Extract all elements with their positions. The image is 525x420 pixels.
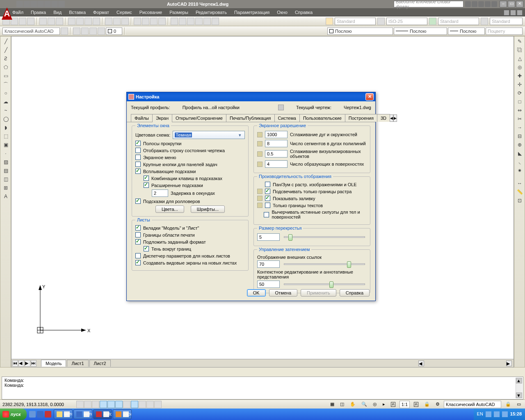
colorscheme-select[interactable]: Темная▾ (173, 131, 245, 139)
tray-icon-1[interactable] (486, 411, 491, 417)
tab-layout2[interactable]: Лист2 (89, 360, 111, 367)
chk-solid-fill[interactable] (265, 196, 270, 201)
tb-copy-icon[interactable] (76, 18, 84, 25)
mirror-icon[interactable]: △ (515, 55, 524, 63)
tb-markup-icon[interactable] (203, 18, 211, 25)
menu-draw[interactable]: Рисование (139, 10, 162, 15)
menu-tools[interactable]: Сервис (116, 10, 132, 15)
chk-tooltips[interactable] (135, 169, 141, 174)
minimize-button[interactable]: – (500, 1, 507, 7)
task-4[interactable]: papa74 — «Немо уж... (113, 409, 132, 419)
tab-scroll-right[interactable]: ▶ (393, 114, 397, 122)
tb-undo-icon[interactable] (113, 18, 121, 25)
region-icon[interactable]: ◫ (1, 175, 10, 183)
tb-plot-icon[interactable] (39, 18, 47, 25)
hscroll-left-icon[interactable]: ◀ (418, 361, 424, 366)
pline-icon[interactable]: Ƨ (1, 55, 10, 63)
ws-icon[interactable]: ⚙ (434, 401, 441, 408)
line-icon[interactable]: ╱ (1, 37, 10, 46)
textstyle-icon[interactable] (326, 18, 333, 25)
toolbar-lock-icon[interactable]: 🔒 (504, 401, 513, 408)
menu-help[interactable]: Справка (295, 10, 313, 15)
crosshair-slider[interactable] (284, 236, 365, 238)
command-window[interactable]: Команда: Команда: ▲▼ (2, 377, 523, 399)
chk-extended[interactable] (144, 183, 149, 188)
tb-help-icon[interactable] (212, 18, 219, 25)
qselect-icon[interactable]: ⊡ (515, 196, 524, 205)
snap-toggle[interactable] (76, 401, 84, 408)
xref-fade-input[interactable] (257, 260, 280, 268)
cleanscreen-icon[interactable]: ▭ (515, 401, 523, 408)
tb-preview-icon[interactable] (48, 18, 55, 25)
key-icon[interactable] (472, 1, 477, 7)
lwt-toggle[interactable] (139, 401, 146, 408)
dialog-titlebar[interactable]: Настройка ✕ (127, 92, 375, 101)
hatch-icon[interactable]: ▨ (1, 158, 10, 166)
lang-indicator[interactable]: EN (477, 411, 483, 417)
rectangle-icon[interactable]: ▭ (1, 72, 10, 80)
qat-print-icon[interactable] (51, 1, 58, 7)
crosshair-input[interactable] (257, 233, 280, 241)
chk-statusline[interactable] (135, 148, 141, 153)
tb-bedit-icon[interactable] (105, 18, 112, 25)
tab-files[interactable]: Файлы (131, 114, 153, 122)
dyn-toggle[interactable] (131, 401, 138, 408)
tab-model[interactable]: Модель (41, 360, 66, 367)
tb-match-icon[interactable] (93, 18, 100, 25)
chk-create-viewport[interactable] (135, 260, 141, 265)
offset-icon[interactable]: ◎ (515, 63, 524, 71)
coordinates[interactable]: 2382.2629, 1913.1318, 0.0000 (2, 402, 76, 407)
mtext-icon[interactable]: A (1, 192, 10, 201)
showmotion-icon[interactable]: ▸ (381, 401, 387, 408)
measure-icon[interactable]: 📏 (515, 188, 524, 196)
trim-icon[interactable]: ✂ (515, 115, 524, 123)
xref-fade-slider[interactable] (284, 263, 365, 265)
qat-undo-icon[interactable] (37, 1, 44, 7)
insert-icon[interactable]: ⬚ (1, 132, 10, 140)
layerstate-icon[interactable] (81, 27, 89, 35)
tb-calc-icon[interactable] (195, 18, 203, 25)
chk-bigbuttons[interactable] (135, 162, 141, 167)
tab-drafting[interactable]: Построения (345, 114, 377, 122)
tab-next-icon[interactable]: ▶ (25, 360, 30, 367)
infocenter-search[interactable]: Введите ключевое слово/фразу (394, 1, 463, 7)
osnap-toggle[interactable] (107, 401, 115, 408)
hscroll-right-icon[interactable]: ▶ (506, 361, 512, 366)
grid-toggle[interactable] (84, 401, 91, 408)
stretch-icon[interactable]: ⇔ (515, 106, 524, 114)
quickview-icon[interactable]: ◫ (338, 401, 346, 408)
distance-icon[interactable]: ↔ (515, 179, 524, 187)
explode-icon[interactable]: ✷ (515, 167, 524, 175)
tablestyle-icon[interactable] (429, 18, 436, 25)
circle-icon[interactable]: ○ (1, 89, 10, 97)
tb-dc-icon[interactable] (179, 18, 186, 25)
tab-layout1[interactable]: Лист1 (67, 360, 88, 367)
chk-screenmenu[interactable] (135, 155, 141, 160)
color-select[interactable]: Послою (327, 27, 393, 35)
mdi-min-icon[interactable] (504, 10, 509, 16)
mdi-restore-icon[interactable] (510, 10, 516, 16)
ws-select[interactable]: Классический AutoCAD (444, 401, 501, 408)
layer-select[interactable]: 0 (106, 27, 122, 35)
binoculars-icon[interactable] (465, 1, 471, 7)
xline-icon[interactable]: ╱ (1, 46, 10, 54)
tab-scroll-left[interactable]: ◀ (390, 114, 393, 122)
tb-tp-icon[interactable] (187, 18, 194, 25)
annolock-icon[interactable]: 🔒 (422, 401, 431, 408)
tab-display[interactable]: Экран (152, 114, 172, 122)
ducs-toggle[interactable] (123, 401, 130, 408)
ql-word-icon[interactable] (37, 411, 43, 418)
layerlock-icon[interactable] (98, 27, 105, 35)
ql-desktop-icon[interactable] (29, 411, 36, 418)
annoscale-icon[interactable]: 🄰 (389, 401, 397, 408)
tb-ssm-icon[interactable] (27, 18, 34, 25)
render-smooth-input[interactable] (265, 150, 288, 158)
mdi-close-icon[interactable] (517, 10, 523, 16)
cancel-button[interactable]: Отмена (269, 289, 297, 297)
tab-prev-icon[interactable]: ◀ (18, 360, 24, 367)
dimstyle-icon[interactable] (377, 18, 385, 25)
chamfer-icon[interactable]: ◣ (515, 149, 524, 158)
tablestyle-select[interactable]: Standard (438, 18, 479, 25)
arc-smooth-input[interactable] (265, 131, 288, 138)
ortho-toggle[interactable] (92, 401, 99, 408)
